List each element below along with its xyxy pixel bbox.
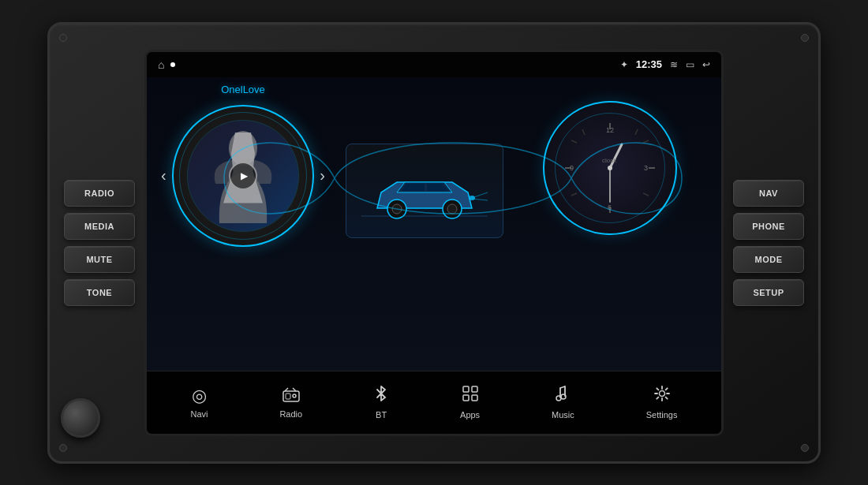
navigation-bar: ◎ Navi Radio bbox=[147, 371, 721, 434]
radio-nav-icon bbox=[282, 386, 301, 406]
status-bar: ⌂ ✦ 12:35 ≋ ▭ ↩ bbox=[147, 52, 721, 77]
music-icon-svg bbox=[554, 385, 571, 402]
clock-ticks: 12 3 6 9 clock bbox=[559, 117, 661, 219]
svg-rect-35 bbox=[463, 395, 469, 401]
main-content: OnelLove ‹ bbox=[147, 77, 721, 371]
svg-rect-36 bbox=[472, 395, 477, 401]
settings-icon-svg bbox=[653, 385, 671, 402]
svg-line-39 bbox=[560, 386, 565, 388]
svg-point-0 bbox=[229, 131, 257, 166]
signal-icon: ≋ bbox=[670, 59, 678, 70]
status-left: ⌂ bbox=[158, 58, 175, 71]
nav-item-radio[interactable]: Radio bbox=[267, 382, 315, 423]
screw-tl bbox=[59, 34, 67, 42]
status-time: 12:35 bbox=[636, 58, 662, 70]
battery-icon: ▭ bbox=[686, 59, 694, 70]
svg-line-15 bbox=[635, 129, 638, 135]
tone-button[interactable]: TONE bbox=[64, 279, 135, 306]
analog-clock: 12 3 6 9 clock bbox=[543, 101, 677, 235]
svg-text:9: 9 bbox=[570, 164, 574, 172]
svg-rect-29 bbox=[286, 394, 290, 399]
radio-nav-label: Radio bbox=[279, 409, 302, 419]
svg-text:6: 6 bbox=[608, 203, 612, 211]
navi-label: Navi bbox=[190, 409, 208, 419]
svg-text:clock: clock bbox=[602, 157, 617, 164]
radio-icon-svg bbox=[282, 386, 301, 402]
svg-line-18 bbox=[571, 193, 577, 196]
bluetooth-icon-svg bbox=[374, 385, 388, 402]
svg-line-8 bbox=[472, 192, 488, 198]
nav-item-bt[interactable]: BT bbox=[361, 380, 401, 424]
svg-point-26 bbox=[608, 166, 612, 170]
svg-point-40 bbox=[556, 396, 561, 401]
left-button-panel: RADIO MEDIA MUTE TONE bbox=[64, 180, 135, 306]
nav-button[interactable]: NAV bbox=[733, 180, 804, 207]
screen-wrapper: ⌂ ✦ 12:35 ≋ ▭ ↩ bbox=[144, 50, 724, 436]
screw-tr bbox=[801, 34, 809, 42]
screw-bl bbox=[59, 444, 67, 452]
svg-rect-34 bbox=[472, 386, 477, 392]
radio-button[interactable]: RADIO bbox=[64, 180, 135, 207]
music-nav-label: Music bbox=[552, 410, 574, 420]
music-widget: OnelLove ‹ bbox=[156, 84, 330, 364]
car-image bbox=[361, 157, 488, 224]
apps-label: Apps bbox=[460, 410, 480, 420]
music-icon bbox=[554, 385, 571, 407]
bt-icon bbox=[374, 385, 388, 407]
mute-button[interactable]: MUTE bbox=[64, 246, 135, 273]
svg-point-30 bbox=[293, 394, 296, 397]
bluetooth-icon: ✦ bbox=[620, 59, 628, 70]
apps-icon bbox=[462, 385, 479, 407]
music-title: OnelLove bbox=[221, 84, 265, 95]
svg-line-24 bbox=[610, 144, 622, 168]
status-right: ✦ 12:35 ≋ ▭ ↩ bbox=[620, 58, 710, 70]
svg-text:3: 3 bbox=[644, 164, 648, 172]
volume-knob[interactable] bbox=[61, 398, 100, 438]
svg-text:12: 12 bbox=[606, 126, 614, 134]
settings-icon bbox=[653, 385, 671, 407]
nav-item-music[interactable]: Music bbox=[539, 380, 587, 424]
nav-item-apps[interactable]: Apps bbox=[447, 380, 492, 424]
play-button[interactable] bbox=[229, 162, 257, 190]
back-icon[interactable]: ↩ bbox=[702, 59, 710, 70]
media-button[interactable]: MEDIA bbox=[64, 213, 135, 240]
phone-button[interactable]: PHONE bbox=[733, 213, 804, 240]
mode-button[interactable]: MODE bbox=[733, 246, 804, 273]
svg-line-19 bbox=[643, 140, 649, 143]
svg-point-4 bbox=[392, 204, 402, 214]
main-screen: ⌂ ✦ 12:35 ≋ ▭ ↩ bbox=[147, 52, 721, 434]
svg-line-9 bbox=[472, 199, 488, 200]
svg-point-6 bbox=[447, 204, 457, 214]
nav-item-settings[interactable]: Settings bbox=[634, 380, 690, 424]
settings-label: Settings bbox=[646, 410, 678, 420]
prev-track-button[interactable]: ‹ bbox=[155, 163, 173, 188]
apps-icon-svg bbox=[462, 385, 479, 402]
svg-line-16 bbox=[571, 140, 577, 143]
next-track-button[interactable]: › bbox=[313, 163, 331, 188]
radio-unit: RADIO MEDIA MUTE TONE ⌂ ✦ 12:35 ≋ ▭ ↩ bbox=[47, 22, 821, 464]
svg-line-14 bbox=[582, 129, 585, 135]
nav-item-navi[interactable]: ◎ Navi bbox=[178, 381, 220, 423]
car-display bbox=[346, 144, 503, 238]
status-dot bbox=[170, 62, 175, 67]
clock-face: 12 3 6 9 clock bbox=[555, 113, 665, 223]
svg-rect-33 bbox=[463, 386, 469, 392]
screw-br bbox=[801, 444, 809, 452]
svg-point-41 bbox=[561, 394, 566, 399]
home-icon[interactable]: ⌂ bbox=[158, 58, 164, 71]
navi-icon: ◎ bbox=[192, 386, 207, 406]
svg-line-17 bbox=[643, 193, 649, 196]
svg-point-42 bbox=[659, 391, 664, 397]
album-art-circle[interactable] bbox=[172, 105, 314, 247]
right-button-panel: NAV PHONE MODE SETUP bbox=[733, 180, 804, 306]
setup-button[interactable]: SETUP bbox=[733, 279, 804, 306]
bt-label: BT bbox=[376, 410, 387, 420]
